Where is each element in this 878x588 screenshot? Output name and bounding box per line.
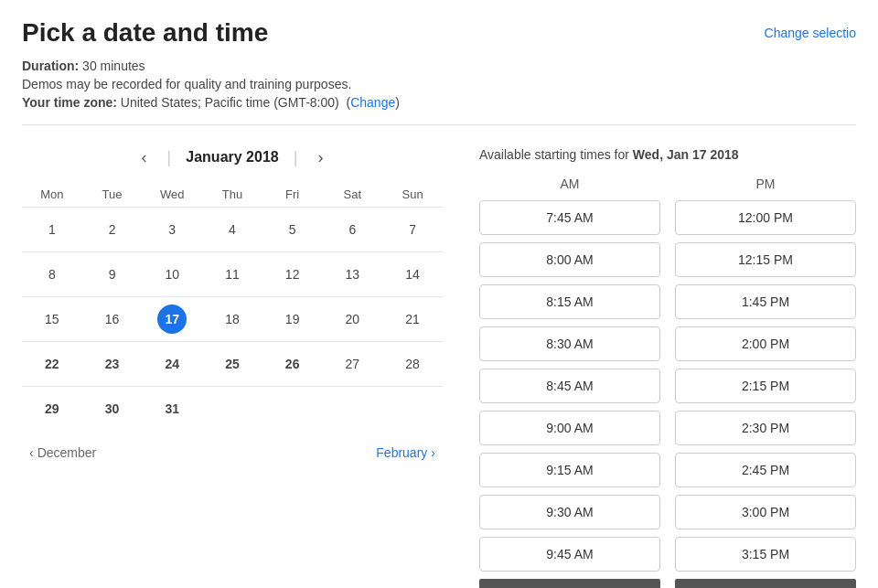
calendar-day[interactable]: 9 (82, 252, 143, 297)
calendar-day[interactable]: 30 (82, 387, 143, 432)
calendar-day[interactable]: 3 (142, 208, 202, 252)
am-slot-button[interactable]: 8:15 AM (479, 284, 660, 319)
calendar-day[interactable]: 27 (323, 342, 383, 387)
prev-month-nav[interactable]: ‹ December (29, 445, 96, 460)
timezone-change-link[interactable]: Change (350, 95, 395, 110)
page-title: Pick a date and time (22, 18, 268, 48)
dow-header-tue: Tue (82, 182, 143, 208)
pm-header: PM (675, 176, 856, 191)
duration-label: Duration: (22, 59, 79, 73)
time-columns: AM 7:45 AM8:00 AM8:15 AM8:30 AM8:45 AM9:… (479, 176, 856, 588)
calendar-day[interactable]: 31 (142, 387, 202, 432)
am-header: AM (479, 176, 660, 191)
calendar-day (262, 387, 323, 432)
calendar-day[interactable]: 16 (82, 297, 143, 342)
calendar-day[interactable]: 1 (22, 208, 82, 252)
calendar-day[interactable]: 25 (202, 342, 262, 387)
calendar-day (202, 387, 262, 432)
dow-header-sun: Sun (382, 182, 443, 208)
pm-column: PM 12:00 PM12:15 PM1:45 PM2:00 PM2:15 PM… (675, 176, 856, 588)
calendar-header: ‹ | January 2018 | › (22, 147, 443, 167)
calendar-day[interactable]: 7 (382, 208, 443, 252)
recording-notice: Demos may be recorded for quality and tr… (22, 77, 856, 91)
pm-slot-button[interactable]: 2:30 PM (675, 411, 856, 445)
dow-header-wed: Wed (142, 182, 202, 208)
pm-slot-button[interactable]: 12:15 PM (675, 242, 856, 277)
pm-slot-button[interactable]: 3:00 PM (675, 495, 856, 529)
calendar-nav-bottom: ‹ December February › (22, 445, 443, 460)
calendar-day (323, 387, 383, 432)
calendar-day[interactable]: 6 (323, 208, 383, 252)
next-month-button[interactable]: › (312, 147, 328, 167)
am-slot-button[interactable]: 9:00 AM (479, 411, 660, 445)
duration-value: 30 minutes (82, 59, 145, 73)
pm-slots-container: 12:00 PM12:15 PM1:45 PM2:00 PM2:15 PM2:3… (675, 200, 856, 572)
pm-slot-button[interactable]: 12:00 PM (675, 200, 856, 235)
calendar-day[interactable]: 26 (262, 342, 323, 387)
calendar-day[interactable]: 15 (22, 297, 82, 342)
am-slot-button[interactable]: 8:00 AM (479, 242, 660, 277)
calendar-day[interactable]: 2 (82, 208, 143, 252)
calendar-grid: MonTueWedThuFriSatSun 123456789101112131… (22, 182, 443, 431)
calendar-day[interactable]: 12 (262, 252, 323, 297)
calendar-day[interactable]: 13 (323, 252, 383, 297)
pm-slot-button[interactable]: 2:45 PM (675, 453, 856, 487)
calendar-day[interactable]: 10 (142, 252, 202, 297)
prev-month-button[interactable]: ‹ (136, 147, 153, 167)
calendar-day[interactable]: 17 (142, 297, 202, 342)
calendar-day[interactable]: 29 (22, 387, 82, 432)
am-slot-button[interactable]: 9:30 AM (479, 495, 660, 529)
am-column: AM 7:45 AM8:00 AM8:15 AM8:30 AM8:45 AM9:… (479, 176, 660, 588)
calendar-day[interactable]: 22 (22, 342, 82, 387)
time-slots-header: Available starting times for Wed, Jan 17… (479, 147, 856, 162)
calendar-day[interactable]: 24 (142, 342, 202, 387)
calendar-day[interactable]: 8 (22, 252, 82, 297)
calendar-day[interactable]: 20 (323, 297, 383, 342)
dow-header-fri: Fri (262, 182, 323, 208)
dow-header-mon: Mon (22, 182, 82, 208)
am-slot-button[interactable]: 9:15 AM (479, 453, 660, 487)
timezone-value: United States; Pacific time (GMT-8:00) (121, 95, 339, 110)
calendar-day[interactable]: 18 (202, 297, 262, 342)
time-section: Available starting times for Wed, Jan 17… (479, 147, 856, 588)
change-selection-link[interactable]: Change selectio (765, 26, 856, 40)
pm-slot-button[interactable]: 3:15 PM (675, 537, 856, 572)
am-slots-container: 7:45 AM8:00 AM8:15 AM8:30 AM8:45 AM9:00 … (479, 200, 660, 572)
dow-header-thu: Thu (202, 182, 262, 208)
calendar-day[interactable]: 21 (382, 297, 443, 342)
timezone-label: Your time zone: (22, 95, 117, 110)
calendar-day (382, 387, 443, 432)
page-meta: Duration: 30 minutes Demos may be record… (0, 59, 878, 124)
am-slot-button[interactable]: 9:45 AM (479, 537, 660, 572)
calendar-day[interactable]: 4 (202, 208, 262, 252)
next-month-label: February (376, 445, 427, 460)
calendar-day[interactable]: 14 (382, 252, 443, 297)
pm-slot-button[interactable]: 1:45 PM (675, 284, 856, 319)
calendar-day[interactable]: 23 (82, 342, 143, 387)
calendar-section: ‹ | January 2018 | › MonTueWedThuFriSatS… (22, 147, 443, 588)
dow-header-sat: Sat (323, 182, 383, 208)
prev-month-label: December (37, 445, 97, 460)
calendar-day[interactable]: 19 (262, 297, 323, 342)
calendar-day[interactable]: 11 (202, 252, 262, 297)
pm-slot-button[interactable]: 2:15 PM (675, 369, 856, 403)
next-month-nav[interactable]: February › (376, 445, 435, 460)
pm-scroll-down-button[interactable]: ▼ (675, 579, 856, 588)
am-slot-button[interactable]: 7:45 AM (479, 200, 660, 235)
am-slot-button[interactable]: 8:30 AM (479, 326, 660, 361)
calendar-month-title: January 2018 (186, 149, 278, 166)
am-slot-button[interactable]: 8:45 AM (479, 369, 660, 403)
calendar-day[interactable]: 5 (262, 208, 323, 252)
calendar-day[interactable]: 28 (382, 342, 443, 387)
am-scroll-down-button[interactable]: ▼ (479, 579, 660, 588)
pm-slot-button[interactable]: 2:00 PM (675, 326, 856, 361)
